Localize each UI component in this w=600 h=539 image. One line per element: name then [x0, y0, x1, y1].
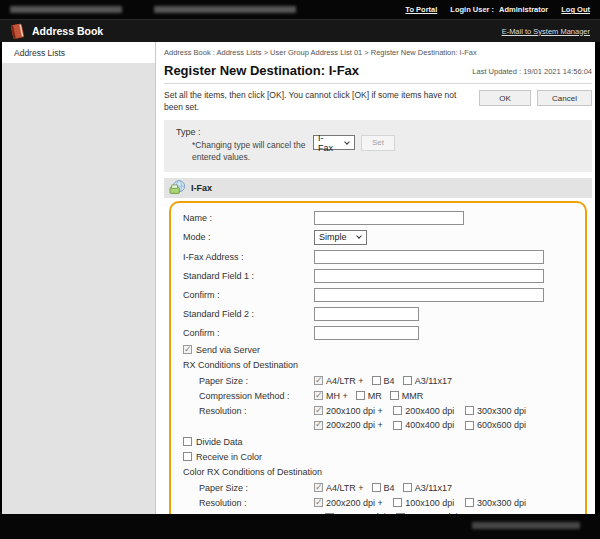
color-rx-paper-b4-option: B4: [372, 483, 395, 493]
title-row: Register New Destination: I-Fax Last Upd…: [164, 63, 592, 84]
confirm-2-row: Confirm :: [183, 326, 575, 340]
color-rx-paper-a3-checkbox[interactable]: [403, 483, 412, 492]
standard-field-1-input[interactable]: [314, 269, 544, 283]
color-rx-res-100x100-checkbox[interactable]: [393, 498, 402, 507]
sidebar-item-address-lists[interactable]: Address Lists: [2, 42, 155, 63]
ifax-address-label: I-Fax Address :: [183, 252, 314, 262]
browser-page: To Portal Login User : Administrator Log…: [0, 0, 600, 539]
mode-select[interactable]: Simple: [314, 230, 367, 245]
rx-res-300x300-label: 300x300 dpi: [477, 406, 526, 416]
device-model-redacted: [10, 6, 122, 13]
confirm-1-row: Confirm :: [183, 288, 575, 302]
main-content: Address Book : Address Lists > User Grou…: [156, 42, 595, 514]
breadcrumb[interactable]: Address Book : Address Lists > User Grou…: [164, 48, 592, 57]
divide-data-row: Divide Data: [183, 437, 575, 447]
rx-compression-mh-option: MH +: [314, 391, 348, 401]
rx-res-200x400-checkbox[interactable]: [393, 406, 402, 415]
ifax-address-input[interactable]: [314, 250, 544, 264]
standard-field-2-label: Standard Field 2 :: [183, 309, 314, 319]
rx-paper-a3-option: A3/11x17: [403, 376, 452, 386]
rx-compression-mh-checkbox: [314, 391, 323, 400]
rx-paper-b4-checkbox[interactable]: [372, 376, 381, 385]
standard-field-2-row: Standard Field 2 :: [183, 307, 575, 321]
send-via-server-label: Send via Server: [196, 345, 260, 355]
divide-data-label: Divide Data: [196, 437, 243, 447]
rx-res-300x300-checkbox[interactable]: [465, 406, 474, 415]
rx-compression-mmr-label: MMR: [402, 391, 424, 401]
standard-field-1-row: Standard Field 1 :: [183, 269, 575, 283]
ifax-section-header: I-Fax: [164, 178, 592, 198]
receive-in-color-option: Receive in Color: [183, 452, 262, 462]
color-rx-paper-b4-checkbox[interactable]: [372, 483, 381, 492]
receive-in-color-checkbox[interactable]: [183, 452, 192, 461]
send-via-server-option: Send via Server: [183, 345, 260, 355]
color-rx-conditions-title: Color RX Conditions of Destination: [183, 467, 575, 477]
instruction-text: Set all the items, then click [OK]. You …: [164, 90, 469, 114]
set-button[interactable]: Set: [361, 135, 395, 151]
rx-res-300x300-option: 300x300 dpi: [465, 406, 526, 416]
to-portal-link[interactable]: To Portal: [405, 5, 437, 14]
color-rx-paper-size-row: Paper Size : A4/LTR + B4 A3/11x17: [183, 483, 575, 493]
type-select[interactable]: I-Fax: [313, 135, 355, 150]
chevron-down-icon: [356, 233, 362, 239]
confirm-1-input[interactable]: [314, 288, 544, 302]
ifax-section-title: I-Fax: [191, 183, 212, 193]
standard-field-1-label: Standard Field 1 :: [183, 271, 314, 281]
divide-data-checkbox[interactable]: [183, 437, 192, 446]
rx-res-200x200-label: 200x200 dpi +: [326, 420, 383, 430]
rx-compression-mmr-option: MMR: [390, 391, 424, 401]
rx-res-400x400-option: 400x400 dpi: [393, 420, 454, 430]
rx-res-200x400-label: 200x400 dpi: [405, 406, 454, 416]
rx-paper-a4ltr-option: A4/LTR +: [314, 376, 364, 386]
divide-data-option: Divide Data: [183, 437, 243, 447]
action-buttons: OK Cancel: [479, 90, 592, 114]
rx-paper-b4-label: B4: [384, 376, 395, 386]
rx-compression-label: Compression Method :: [199, 391, 314, 401]
name-input[interactable]: [314, 211, 464, 225]
name-row: Name :: [183, 211, 575, 225]
color-rx-paper-a4ltr-option: A4/LTR +: [314, 483, 364, 493]
mode-row: Mode : Simple: [183, 230, 575, 245]
rx-res-400x400-checkbox[interactable]: [393, 421, 402, 430]
color-rx-res-300x300-label: 300x300 dpi: [477, 498, 526, 508]
color-rx-res-300x300-option: 300x300 dpi: [465, 498, 526, 508]
ok-button[interactable]: OK: [479, 90, 531, 106]
cancel-button[interactable]: Cancel: [537, 90, 592, 106]
email-system-manager-link[interactable]: E-Mail to System Manager: [502, 27, 590, 36]
receive-in-color-label: Receive in Color: [196, 452, 262, 462]
name-label: Name :: [183, 213, 314, 223]
color-rx-paper-b4-label: B4: [384, 483, 395, 493]
confirm-2-input[interactable]: [314, 326, 419, 340]
log-out-link[interactable]: Log Out: [561, 5, 590, 14]
color-rx-paper-a3-option: A3/11x17: [403, 483, 452, 493]
rx-paper-size-row: Paper Size : A4/LTR + B4 A3/11x17: [183, 376, 575, 386]
login-user-label: Login User :: [450, 5, 494, 14]
rx-res-600x600-checkbox[interactable]: [465, 421, 474, 430]
rx-compression-mr-checkbox[interactable]: [356, 391, 365, 400]
color-rx-res-200x200-checkbox: [314, 498, 323, 507]
rx-res-200x100-option: 200x100 dpi +: [314, 406, 383, 416]
send-via-server-checkbox: [183, 345, 192, 354]
rx-compression-row: Compression Method : MH + MR MMR: [183, 391, 575, 401]
rx-paper-a4ltr-checkbox: [314, 376, 323, 385]
rx-res-200x100-checkbox: [314, 406, 323, 415]
rx-res-400x400-label: 400x400 dpi: [405, 420, 454, 430]
color-rx-res-300x300-checkbox[interactable]: [465, 498, 474, 507]
app-title: Address Book: [32, 25, 103, 37]
chevron-down-icon: [344, 139, 350, 145]
type-section: Type : *Changing type will cancel the en…: [164, 120, 592, 172]
rx-res-600x600-option: 600x600 dpi: [465, 420, 526, 430]
color-rx-res-100x100-label: 100x100 dpi: [405, 498, 454, 508]
rx-compression-mmr-checkbox[interactable]: [390, 391, 399, 400]
mode-select-value: Simple: [319, 232, 347, 242]
send-via-server-row: Send via Server: [183, 345, 575, 355]
rx-resolution-row: Resolution : 200x100 dpi + 200x400 dpi: [183, 406, 575, 432]
confirm-2-label: Confirm :: [183, 328, 314, 338]
color-rx-paper-a4ltr-checkbox: [314, 483, 323, 492]
standard-field-2-input[interactable]: [314, 307, 419, 321]
instruction-row: Set all the items, then click [OK]. You …: [164, 90, 592, 114]
sidebar: Address Lists: [2, 42, 156, 514]
color-rx-paper-size-label: Paper Size :: [199, 483, 314, 493]
rx-paper-a3-checkbox[interactable]: [403, 376, 412, 385]
rx-compression-mr-option: MR: [356, 391, 382, 401]
